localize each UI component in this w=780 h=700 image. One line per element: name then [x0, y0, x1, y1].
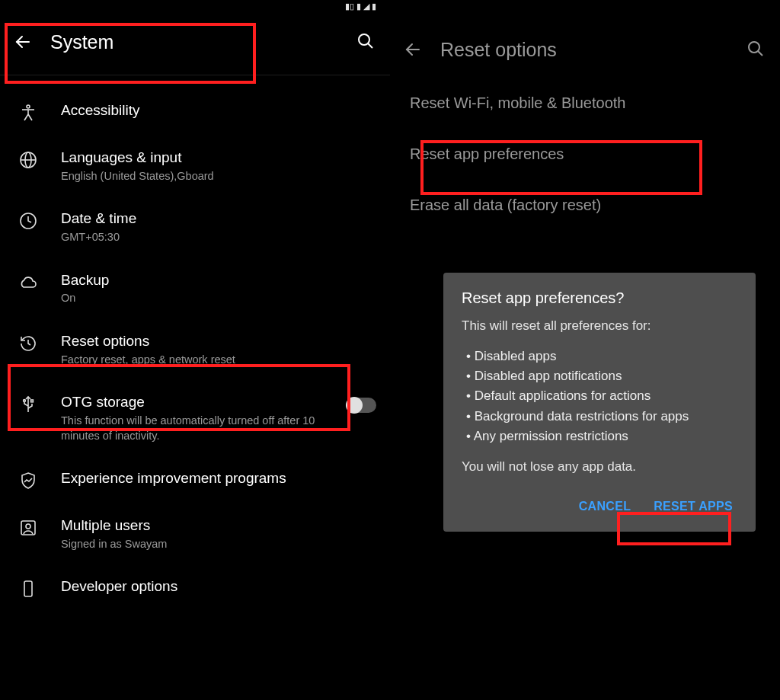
divider — [0, 75, 390, 75]
reset-apps-button[interactable]: RESET APPS — [649, 494, 737, 519]
phone-icon — [18, 579, 38, 599]
item-datetime[interactable]: Date & time GMT+05:30 — [0, 197, 390, 258]
globe-icon — [18, 150, 38, 170]
dialog-reset-app-prefs: Reset app preferences? This will reset a… — [443, 273, 756, 532]
item-backup[interactable]: Backup On — [0, 259, 390, 320]
item-languages[interactable]: Languages & input English (United States… — [0, 136, 390, 197]
dialog-title: Reset app preferences? — [462, 289, 737, 307]
item-accessibility[interactable]: Accessibility — [0, 89, 390, 136]
svg-point-16 — [26, 524, 30, 529]
item-reset-options[interactable]: Reset options Factory reset, apps & netw… — [0, 320, 390, 381]
search-icon[interactable] — [746, 40, 766, 59]
svg-line-20 — [758, 51, 762, 56]
item-multiple-users[interactable]: Multiple users Signed in as Swayam — [0, 504, 390, 565]
svg-line-6 — [24, 114, 28, 120]
accessibility-icon — [18, 103, 38, 123]
svg-point-13 — [24, 400, 26, 402]
page-title: Reset options — [440, 39, 728, 61]
otg-toggle[interactable] — [347, 398, 376, 413]
svg-rect-14 — [31, 400, 34, 402]
search-icon[interactable] — [356, 32, 376, 52]
svg-point-19 — [749, 42, 759, 53]
svg-rect-17 — [24, 581, 32, 596]
cloud-icon — [18, 273, 38, 292]
item-developer[interactable]: Developer options — [0, 565, 390, 612]
item-experience[interactable]: Experience improvement programs — [0, 457, 390, 504]
svg-point-3 — [27, 105, 30, 108]
shield-chart-icon — [18, 471, 38, 491]
svg-rect-15 — [21, 521, 35, 535]
row-reset-app-prefs[interactable]: Reset app preferences — [390, 129, 780, 180]
svg-line-2 — [368, 43, 372, 48]
dialog-footer: You will not lose any app data. — [462, 457, 737, 477]
row-reset-network[interactable]: Reset Wi-Fi, mobile & Bluetooth — [390, 78, 780, 129]
header-reset: Reset options — [390, 21, 780, 78]
cancel-button[interactable]: CANCEL — [574, 494, 635, 519]
back-icon[interactable] — [14, 33, 32, 51]
dialog-lead: This will reset all preferences for: — [462, 316, 737, 336]
item-otg[interactable]: OTG storage This function will be automa… — [0, 381, 390, 457]
usb-icon — [18, 395, 38, 414]
clock-icon — [18, 211, 38, 231]
svg-point-1 — [359, 34, 369, 45]
page-title: System — [50, 31, 338, 53]
history-icon — [18, 334, 38, 353]
header-system: System — [0, 14, 390, 70]
status-bar: ▮▯ ▮ ◢ ▮ — [0, 0, 390, 14]
dialog-bullets: Disabled apps Disabled app notifications… — [466, 347, 737, 447]
user-square-icon — [18, 518, 38, 538]
row-factory-reset[interactable]: Erase all data (factory reset) — [390, 180, 780, 231]
svg-line-7 — [28, 114, 32, 120]
back-icon[interactable] — [404, 40, 422, 59]
